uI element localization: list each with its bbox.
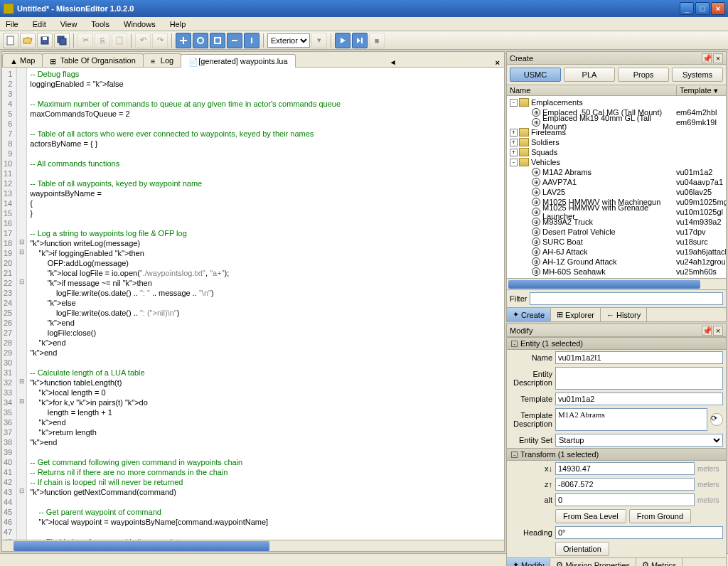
orientation-button[interactable]: Orientation bbox=[555, 542, 609, 556]
modify-close-icon[interactable]: × bbox=[713, 326, 723, 336]
menubar: File Edit View Tools Windows Help bbox=[0, 17, 728, 31]
save-button[interactable] bbox=[37, 33, 53, 48]
open-button[interactable] bbox=[20, 33, 36, 48]
editor-hscroll[interactable] bbox=[2, 540, 504, 551]
code-editor[interactable]: 1234567891011121314151617181920212223242… bbox=[2, 68, 504, 540]
tree-header-template[interactable]: Template ▾ bbox=[676, 86, 726, 95]
entset-select[interactable]: Startup bbox=[555, 434, 723, 447]
play-button[interactable] bbox=[335, 33, 350, 48]
stop-button[interactable]: ■ bbox=[369, 33, 385, 48]
z-field[interactable] bbox=[555, 478, 695, 491]
tree-item[interactable]: ⊕M939A2 Truckvu14m939a2 bbox=[507, 217, 726, 227]
tab-log[interactable]: ≡Log bbox=[143, 53, 181, 67]
minimize-button[interactable]: _ bbox=[680, 2, 694, 15]
tdesc-refresh-icon[interactable]: ⟳ bbox=[710, 413, 723, 426]
menu-help[interactable]: Help bbox=[167, 18, 189, 30]
nav3-button[interactable] bbox=[210, 33, 225, 48]
heading-field[interactable] bbox=[555, 526, 723, 539]
new-button[interactable] bbox=[3, 33, 18, 48]
btab-metrics[interactable]: ⚙Metrics bbox=[636, 558, 682, 566]
section-entity[interactable]: -Entity (1 selected) bbox=[507, 337, 726, 350]
tab-map[interactable]: ▲Map bbox=[2, 53, 43, 67]
filter-label: Filter bbox=[510, 294, 527, 303]
tree-item[interactable]: ⊕SURC Boatvu18surc bbox=[507, 237, 726, 247]
nav5-button[interactable] bbox=[244, 33, 259, 48]
name-field[interactable] bbox=[555, 351, 723, 364]
tree-item[interactable]: ⊕M1A2 Abramsvu01m1a2 bbox=[507, 167, 726, 177]
menu-windows[interactable]: Windows bbox=[121, 18, 159, 30]
close-button[interactable]: × bbox=[711, 2, 725, 15]
from-ground-button[interactable]: From Ground bbox=[629, 509, 691, 523]
copy-button[interactable]: ⎘ bbox=[95, 33, 110, 48]
tabs-nav-left[interactable]: ◂ bbox=[387, 58, 400, 67]
tab-org[interactable]: ⊞Table Of Organisation bbox=[42, 53, 143, 67]
modify-icon: ✦ bbox=[513, 560, 519, 566]
menu-edit[interactable]: Edit bbox=[30, 18, 49, 30]
modify-pin-icon[interactable]: 📌 bbox=[702, 326, 712, 336]
tree-item[interactable]: ⊕Desert Patrol Vehiclevu17dpv bbox=[507, 227, 726, 237]
menu-file[interactable]: File bbox=[3, 18, 21, 30]
tree-item[interactable]: ⊕AH-6J Attackvu19ah6jattack bbox=[507, 247, 726, 257]
tree-folder[interactable]: +Soldiers bbox=[507, 137, 726, 147]
maximize-button[interactable]: □ bbox=[695, 2, 710, 15]
explorer-icon: ⊞ bbox=[557, 310, 563, 319]
tree-item[interactable]: ⊕AH-1Z Ground Attackvu24ah1zground bbox=[507, 257, 726, 267]
nav4-button[interactable] bbox=[227, 33, 242, 48]
cat-systems[interactable]: Systems bbox=[672, 68, 723, 82]
svg-rect-2 bbox=[43, 37, 47, 40]
tab-script[interactable]: 📄[generated] waypoints.lua bbox=[181, 54, 295, 68]
btab-create[interactable]: ✦Create bbox=[507, 308, 551, 321]
tree-folder[interactable]: +Fireteams bbox=[507, 127, 726, 137]
tree-item[interactable]: ⊕LAV25vu06lav25 bbox=[507, 187, 726, 197]
svg-rect-0 bbox=[7, 36, 14, 45]
undo-button[interactable]: ↶ bbox=[135, 33, 151, 48]
btab-history[interactable]: ←History bbox=[601, 308, 647, 321]
tree-folder[interactable]: -Vehicles bbox=[507, 157, 726, 167]
alt-field[interactable] bbox=[555, 493, 695, 506]
cat-usmc[interactable]: USMC bbox=[510, 68, 561, 82]
tree-item[interactable]: ⊕AAVP7A1vu04aavp7a1 bbox=[507, 177, 726, 187]
heading-label: Heading bbox=[510, 528, 552, 537]
app-icon bbox=[3, 3, 14, 14]
filter-input[interactable] bbox=[530, 292, 723, 305]
btab-mission[interactable]: ⚙Mission Properties bbox=[550, 558, 636, 566]
btab-modify[interactable]: ✦Modify bbox=[507, 558, 550, 566]
tree-folder[interactable]: +Squads bbox=[507, 147, 726, 157]
tdesc-field[interactable] bbox=[555, 408, 707, 431]
saveall-button[interactable] bbox=[54, 33, 70, 48]
menu-tools[interactable]: Tools bbox=[88, 18, 112, 30]
nav2-button[interactable] bbox=[193, 33, 208, 48]
svg-rect-4 bbox=[60, 38, 66, 45]
view-select[interactable]: Exterior bbox=[267, 33, 310, 48]
create-icon: ✦ bbox=[513, 310, 519, 319]
template-field[interactable] bbox=[555, 393, 723, 405]
cat-props[interactable]: Props bbox=[618, 68, 669, 82]
z-label: z↑ bbox=[510, 480, 552, 488]
from-sea-button[interactable]: From Sea Level bbox=[555, 509, 626, 523]
create-close-icon[interactable]: × bbox=[713, 53, 723, 63]
section-transform[interactable]: -Transform (1 selected) bbox=[507, 448, 726, 461]
tab-close[interactable]: × bbox=[491, 58, 504, 67]
svg-rect-6 bbox=[215, 38, 220, 43]
tree-item[interactable]: ⊕MH-60S Seahawkvu25mh60s bbox=[507, 267, 726, 277]
tree-folder[interactable]: -Emplacements bbox=[507, 97, 726, 107]
tree-item[interactable]: ⊕M1025 HMMWV with Grenade Launchervu10m1… bbox=[507, 207, 726, 217]
nav1-button[interactable] bbox=[176, 33, 191, 48]
menu-view[interactable]: View bbox=[58, 18, 80, 30]
paste-button[interactable]: 📋 bbox=[112, 33, 127, 48]
tree-header-name[interactable]: Name bbox=[507, 86, 676, 95]
tdesc-label: Template Description bbox=[510, 411, 552, 428]
x-label: x↓ bbox=[510, 464, 552, 473]
entdesc-field[interactable] bbox=[555, 367, 723, 390]
cat-pla[interactable]: PLA bbox=[564, 68, 615, 82]
create-hscroll[interactable] bbox=[507, 278, 726, 289]
redo-button[interactable]: ↷ bbox=[152, 33, 168, 48]
entity-tree[interactable]: -Emplacements⊕Emplaced .50 Cal MG (Tall … bbox=[507, 96, 726, 278]
step-button[interactable] bbox=[352, 33, 368, 48]
view-dd-button[interactable]: ▾ bbox=[311, 33, 327, 48]
create-pin-icon[interactable]: 📌 bbox=[702, 53, 712, 63]
tree-item[interactable]: ⊕Emplaced Mk19 40mm GL (Tall Mount)em69m… bbox=[507, 117, 726, 127]
btab-explorer[interactable]: ⊞Explorer bbox=[551, 308, 601, 321]
x-field[interactable] bbox=[555, 462, 695, 475]
cut-button[interactable]: ✂ bbox=[77, 33, 93, 48]
